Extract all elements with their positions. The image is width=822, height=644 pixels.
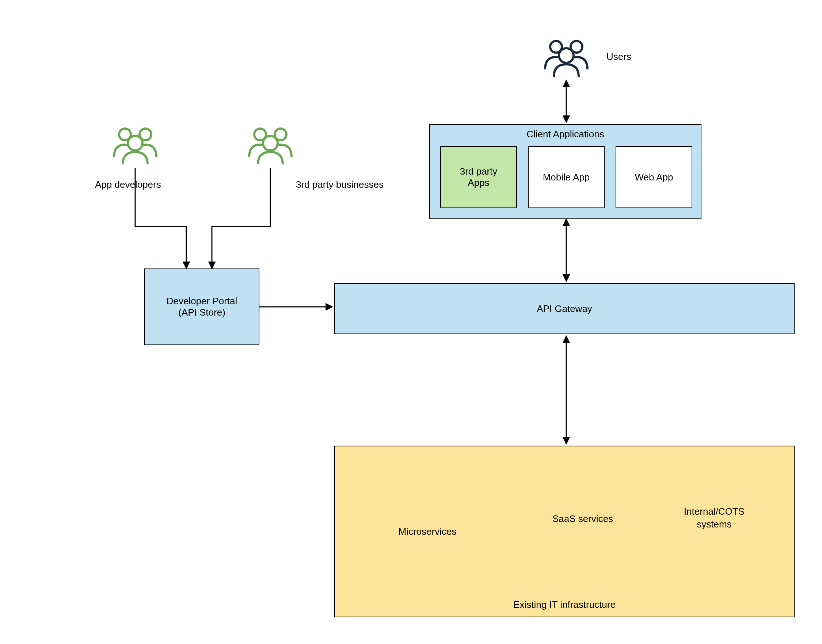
third-party-businesses-label: 3rd party businesses bbox=[296, 179, 383, 190]
api-gateway-box: API Gateway bbox=[334, 283, 794, 334]
app-developers-icon bbox=[114, 129, 156, 164]
web-app-box: Web App bbox=[616, 146, 692, 208]
microservices-label: Microservices bbox=[393, 526, 462, 537]
third-party-apps-label-2: Apps bbox=[468, 177, 489, 189]
third-party-apps-box: 3rd party Apps bbox=[440, 146, 517, 208]
client-applications-title: Client Applications bbox=[429, 129, 701, 140]
arrow-3pbiz-to-portal bbox=[212, 168, 270, 268]
users-icon bbox=[545, 41, 587, 77]
third-party-businesses-icon bbox=[249, 129, 291, 164]
developer-portal-box: Developer Portal (API Store) bbox=[144, 268, 259, 345]
mobile-app-box: Mobile App bbox=[528, 146, 605, 208]
third-party-apps-label-1: 3rd party bbox=[460, 166, 498, 177]
cots-label-2: systems bbox=[661, 519, 767, 530]
developer-portal-label-2: (API Store) bbox=[178, 307, 225, 318]
saas-label: SaaS services bbox=[537, 513, 628, 524]
existing-infra-caption: Existing IT infrastructure bbox=[334, 599, 794, 610]
users-label: Users bbox=[606, 51, 631, 63]
mobile-app-label: Mobile App bbox=[543, 172, 590, 183]
api-gateway-label: API Gateway bbox=[537, 303, 592, 314]
app-developers-label: App developers bbox=[95, 179, 161, 190]
developer-portal-label-1: Developer Portal bbox=[167, 296, 238, 307]
web-app-label: Web App bbox=[635, 172, 673, 183]
cots-label-1: Internal/COTS bbox=[661, 506, 767, 517]
